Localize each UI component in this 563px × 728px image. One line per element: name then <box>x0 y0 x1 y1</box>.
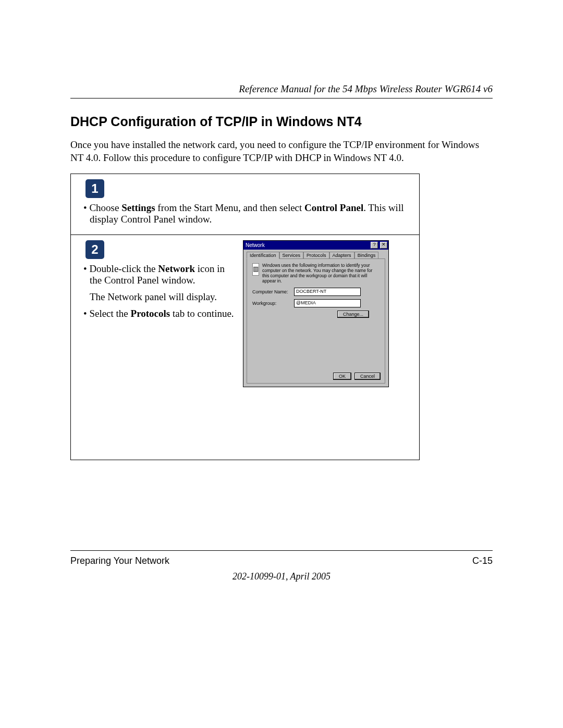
t: Protocols <box>131 308 170 319</box>
t: • Select the <box>83 308 131 319</box>
t: • Choose <box>83 202 121 213</box>
step2-bullet1: • Double-click the Network icon in the C… <box>78 263 238 286</box>
step-badge-2: 2 <box>85 240 104 259</box>
step-2: 2 • Double-click the Network icon in the… <box>71 235 419 387</box>
steps-frame: 1 • Choose Settings from the Start Menu,… <box>70 174 420 460</box>
change-button[interactable]: Change... <box>337 311 369 318</box>
tab-services[interactable]: Services <box>279 252 304 259</box>
t: tab to continue. <box>170 308 234 319</box>
workgroup-label: Workgroup: <box>252 301 294 306</box>
tab-identification[interactable]: Identification <box>247 252 279 259</box>
section-heading: DHCP Configuration of TCP/IP in Windows … <box>70 114 493 129</box>
step-1: 1 • Choose Settings from the Start Menu,… <box>71 179 419 235</box>
dialog-tabs: Identification Services Protocols Adapte… <box>247 252 385 259</box>
cancel-button[interactable]: Cancel <box>354 373 381 380</box>
workgroup-field[interactable]: @MEDIA <box>294 299 361 307</box>
intro-paragraph: Once you have installed the network card… <box>70 139 493 164</box>
page-number: C-15 <box>472 556 493 566</box>
step-badge-1: 1 <box>85 179 104 198</box>
doc-id: 202-10099-01, April 2005 <box>0 571 563 582</box>
t: Network <box>158 263 195 274</box>
t: • Double-click the <box>83 263 158 274</box>
tab-bindings[interactable]: Bindings <box>354 252 379 259</box>
tab-protocols[interactable]: Protocols <box>303 252 329 259</box>
step2-line2: The Network panel will display. <box>78 291 238 303</box>
t: Settings <box>121 202 155 213</box>
computer-name-label: Computer Name: <box>252 289 294 294</box>
computer-name-field[interactable]: DOCBERT-NT <box>294 288 361 296</box>
tab-panel-identification: ▥ Windows uses the following information… <box>247 258 385 384</box>
step1-text: • Choose Settings from the Start Menu, a… <box>78 202 412 225</box>
ok-button[interactable]: OK <box>333 373 351 380</box>
t: Control Panel <box>304 202 363 213</box>
t: from the Start Menu, and then select <box>155 202 305 213</box>
dialog-titlebar: Network ? ✕ <box>243 241 388 250</box>
footer-rule <box>70 550 493 551</box>
tab-adapters[interactable]: Adapters <box>329 252 354 259</box>
running-header: Reference Manual for the 54 Mbps Wireles… <box>70 83 493 98</box>
footer-left: Preparing Your Network <box>70 556 169 566</box>
network-dialog: Network ? ✕ Identification Services Prot… <box>243 240 389 387</box>
help-icon[interactable]: ? <box>371 242 378 249</box>
close-icon[interactable]: ✕ <box>380 242 387 249</box>
step2-bullet2: • Select the Protocols tab to continue. <box>78 308 238 319</box>
computer-icon: ▥ <box>252 263 259 276</box>
dialog-info-text: Windows uses the following information t… <box>262 263 380 283</box>
dialog-title: Network <box>246 242 265 248</box>
